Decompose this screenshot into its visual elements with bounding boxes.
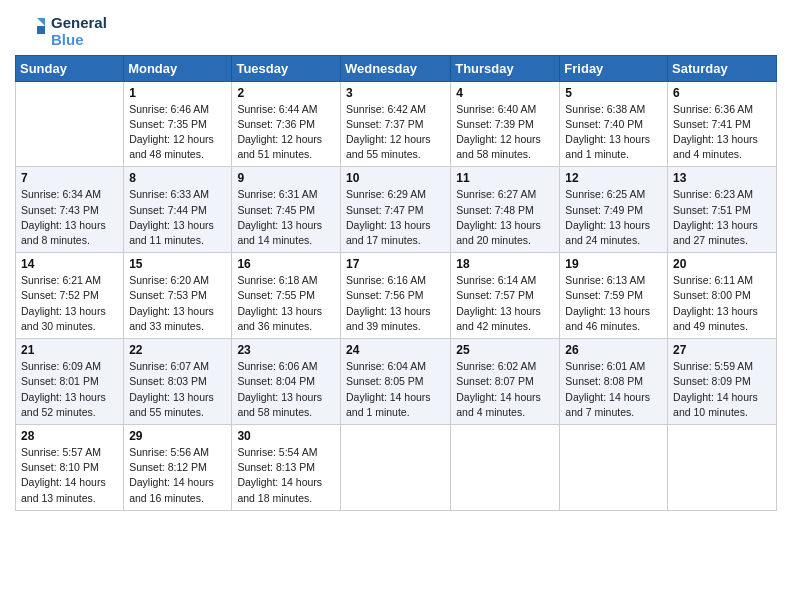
calendar-cell: 6Sunrise: 6:36 AMSunset: 7:41 PMDaylight… [668, 81, 777, 167]
calendar-header-sunday: Sunday [16, 55, 124, 81]
day-number: 26 [565, 343, 662, 357]
day-number: 30 [237, 429, 335, 443]
day-number: 23 [237, 343, 335, 357]
calendar-cell: 26Sunrise: 6:01 AMSunset: 8:08 PMDayligh… [560, 339, 668, 425]
calendar-cell: 8Sunrise: 6:33 AMSunset: 7:44 PMDaylight… [124, 167, 232, 253]
calendar-cell: 9Sunrise: 6:31 AMSunset: 7:45 PMDaylight… [232, 167, 341, 253]
day-info: Sunrise: 5:54 AMSunset: 8:13 PMDaylight:… [237, 445, 335, 506]
day-info: Sunrise: 6:06 AMSunset: 8:04 PMDaylight:… [237, 359, 335, 420]
day-number: 13 [673, 171, 771, 185]
day-number: 19 [565, 257, 662, 271]
day-number: 3 [346, 86, 445, 100]
day-info: Sunrise: 6:38 AMSunset: 7:40 PMDaylight:… [565, 102, 662, 163]
calendar-week-2: 7Sunrise: 6:34 AMSunset: 7:43 PMDaylight… [16, 167, 777, 253]
calendar-cell: 16Sunrise: 6:18 AMSunset: 7:55 PMDayligh… [232, 253, 341, 339]
day-number: 24 [346, 343, 445, 357]
day-info: Sunrise: 6:34 AMSunset: 7:43 PMDaylight:… [21, 187, 118, 248]
calendar-cell: 22Sunrise: 6:07 AMSunset: 8:03 PMDayligh… [124, 339, 232, 425]
day-number: 4 [456, 86, 554, 100]
day-number: 2 [237, 86, 335, 100]
day-number: 8 [129, 171, 226, 185]
day-number: 6 [673, 86, 771, 100]
calendar-header-saturday: Saturday [668, 55, 777, 81]
day-info: Sunrise: 6:40 AMSunset: 7:39 PMDaylight:… [456, 102, 554, 163]
calendar-cell: 24Sunrise: 6:04 AMSunset: 8:05 PMDayligh… [340, 339, 450, 425]
calendar-cell [668, 425, 777, 511]
day-number: 9 [237, 171, 335, 185]
calendar-week-5: 28Sunrise: 5:57 AMSunset: 8:10 PMDayligh… [16, 425, 777, 511]
day-number: 7 [21, 171, 118, 185]
calendar-header-thursday: Thursday [451, 55, 560, 81]
calendar-cell [451, 425, 560, 511]
day-info: Sunrise: 6:18 AMSunset: 7:55 PMDaylight:… [237, 273, 335, 334]
day-info: Sunrise: 6:14 AMSunset: 7:57 PMDaylight:… [456, 273, 554, 334]
calendar-cell: 3Sunrise: 6:42 AMSunset: 7:37 PMDaylight… [340, 81, 450, 167]
day-number: 25 [456, 343, 554, 357]
calendar-header-wednesday: Wednesday [340, 55, 450, 81]
day-info: Sunrise: 5:59 AMSunset: 8:09 PMDaylight:… [673, 359, 771, 420]
day-number: 27 [673, 343, 771, 357]
calendar-cell: 7Sunrise: 6:34 AMSunset: 7:43 PMDaylight… [16, 167, 124, 253]
calendar-cell: 27Sunrise: 5:59 AMSunset: 8:09 PMDayligh… [668, 339, 777, 425]
day-number: 12 [565, 171, 662, 185]
day-number: 15 [129, 257, 226, 271]
calendar-cell: 1Sunrise: 6:46 AMSunset: 7:35 PMDaylight… [124, 81, 232, 167]
calendar-cell [560, 425, 668, 511]
day-info: Sunrise: 6:23 AMSunset: 7:51 PMDaylight:… [673, 187, 771, 248]
day-info: Sunrise: 6:42 AMSunset: 7:37 PMDaylight:… [346, 102, 445, 163]
day-info: Sunrise: 6:46 AMSunset: 7:35 PMDaylight:… [129, 102, 226, 163]
day-info: Sunrise: 6:27 AMSunset: 7:48 PMDaylight:… [456, 187, 554, 248]
day-info: Sunrise: 6:02 AMSunset: 8:07 PMDaylight:… [456, 359, 554, 420]
calendar-cell: 21Sunrise: 6:09 AMSunset: 8:01 PMDayligh… [16, 339, 124, 425]
calendar-week-4: 21Sunrise: 6:09 AMSunset: 8:01 PMDayligh… [16, 339, 777, 425]
calendar-cell: 20Sunrise: 6:11 AMSunset: 8:00 PMDayligh… [668, 253, 777, 339]
day-info: Sunrise: 5:57 AMSunset: 8:10 PMDaylight:… [21, 445, 118, 506]
day-info: Sunrise: 6:01 AMSunset: 8:08 PMDaylight:… [565, 359, 662, 420]
logo-blue: Blue [51, 31, 107, 48]
logo: General Blue [15, 14, 107, 49]
day-number: 10 [346, 171, 445, 185]
calendar-header-tuesday: Tuesday [232, 55, 341, 81]
day-number: 1 [129, 86, 226, 100]
day-info: Sunrise: 6:11 AMSunset: 8:00 PMDaylight:… [673, 273, 771, 334]
calendar-cell: 19Sunrise: 6:13 AMSunset: 7:59 PMDayligh… [560, 253, 668, 339]
day-info: Sunrise: 6:21 AMSunset: 7:52 PMDaylight:… [21, 273, 118, 334]
calendar-week-1: 1Sunrise: 6:46 AMSunset: 7:35 PMDaylight… [16, 81, 777, 167]
calendar-cell: 4Sunrise: 6:40 AMSunset: 7:39 PMDaylight… [451, 81, 560, 167]
day-info: Sunrise: 6:25 AMSunset: 7:49 PMDaylight:… [565, 187, 662, 248]
day-number: 21 [21, 343, 118, 357]
calendar-cell: 30Sunrise: 5:54 AMSunset: 8:13 PMDayligh… [232, 425, 341, 511]
calendar-cell: 18Sunrise: 6:14 AMSunset: 7:57 PMDayligh… [451, 253, 560, 339]
day-number: 22 [129, 343, 226, 357]
day-info: Sunrise: 6:04 AMSunset: 8:05 PMDaylight:… [346, 359, 445, 420]
day-number: 14 [21, 257, 118, 271]
logo-general: General [51, 14, 107, 31]
day-info: Sunrise: 6:31 AMSunset: 7:45 PMDaylight:… [237, 187, 335, 248]
calendar-cell: 5Sunrise: 6:38 AMSunset: 7:40 PMDaylight… [560, 81, 668, 167]
calendar-week-3: 14Sunrise: 6:21 AMSunset: 7:52 PMDayligh… [16, 253, 777, 339]
calendar-cell: 2Sunrise: 6:44 AMSunset: 7:36 PMDaylight… [232, 81, 341, 167]
day-info: Sunrise: 6:07 AMSunset: 8:03 PMDaylight:… [129, 359, 226, 420]
day-number: 11 [456, 171, 554, 185]
calendar-cell: 25Sunrise: 6:02 AMSunset: 8:07 PMDayligh… [451, 339, 560, 425]
svg-marker-1 [37, 18, 45, 26]
day-info: Sunrise: 6:36 AMSunset: 7:41 PMDaylight:… [673, 102, 771, 163]
svg-rect-2 [37, 26, 45, 34]
calendar-cell: 17Sunrise: 6:16 AMSunset: 7:56 PMDayligh… [340, 253, 450, 339]
calendar-header-friday: Friday [560, 55, 668, 81]
calendar-cell: 23Sunrise: 6:06 AMSunset: 8:04 PMDayligh… [232, 339, 341, 425]
day-info: Sunrise: 6:20 AMSunset: 7:53 PMDaylight:… [129, 273, 226, 334]
calendar-cell: 28Sunrise: 5:57 AMSunset: 8:10 PMDayligh… [16, 425, 124, 511]
calendar-cell: 10Sunrise: 6:29 AMSunset: 7:47 PMDayligh… [340, 167, 450, 253]
calendar-cell: 29Sunrise: 5:56 AMSunset: 8:12 PMDayligh… [124, 425, 232, 511]
calendar-cell: 11Sunrise: 6:27 AMSunset: 7:48 PMDayligh… [451, 167, 560, 253]
day-number: 18 [456, 257, 554, 271]
day-info: Sunrise: 6:33 AMSunset: 7:44 PMDaylight:… [129, 187, 226, 248]
calendar-cell [340, 425, 450, 511]
calendar-cell: 14Sunrise: 6:21 AMSunset: 7:52 PMDayligh… [16, 253, 124, 339]
page: General Blue SundayMondayTuesdayWednesda… [0, 0, 792, 612]
calendar-table: SundayMondayTuesdayWednesdayThursdayFrid… [15, 55, 777, 511]
day-number: 5 [565, 86, 662, 100]
header: General Blue [15, 10, 777, 49]
day-number: 28 [21, 429, 118, 443]
